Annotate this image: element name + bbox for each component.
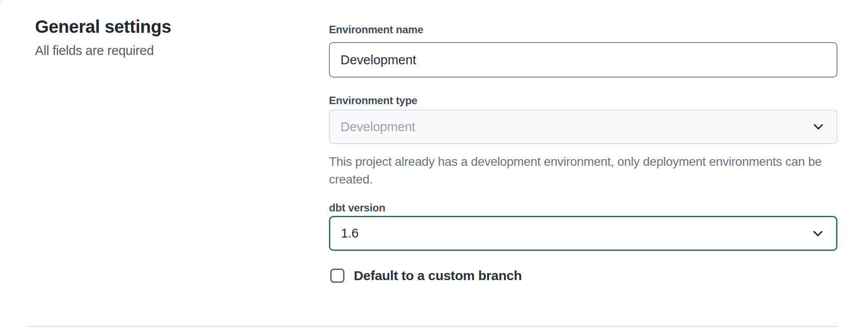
environment-type-select[interactable]: Development: [329, 109, 837, 144]
chevron-down-icon: [812, 120, 825, 133]
dbt-version-label: dbt version: [329, 202, 837, 214]
custom-branch-label[interactable]: Default to a custom branch: [354, 268, 522, 283]
dbt-version-select[interactable]: 1.6: [329, 216, 837, 251]
dbt-version-value: 1.6: [341, 226, 359, 241]
section-divider: [27, 326, 837, 327]
custom-branch-row: Default to a custom branch: [329, 268, 837, 283]
custom-branch-checkbox[interactable]: [330, 269, 344, 283]
section-subtitle: All fields are required: [35, 43, 310, 58]
environment-type-label: Environment type: [329, 94, 837, 107]
environment-type-help: This project already has a development e…: [329, 153, 837, 188]
environment-type-value: Development: [340, 120, 415, 134]
environment-name-input[interactable]: [329, 42, 837, 78]
chevron-down-icon: [811, 227, 825, 240]
page-title: General settings: [35, 16, 310, 37]
environment-name-label: Environment name: [329, 23, 837, 36]
settings-card: General settings All fields are required…: [0, 0, 868, 328]
general-settings-form: Environment name Environment type Develo…: [329, 23, 837, 283]
section-header: General settings All fields are required: [35, 16, 310, 58]
